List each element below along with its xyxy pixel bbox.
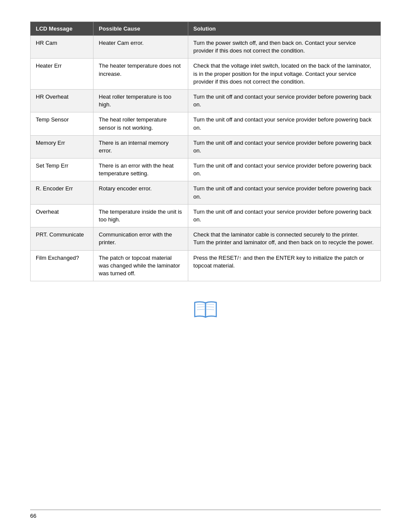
- cell-solution: Turn the unit off and contact your servi…: [188, 159, 380, 181]
- cell-solution: Turn the power switch off, and then back…: [188, 36, 380, 59]
- cell-solution: Press the RESET/↑ and then the ENTER key…: [188, 250, 380, 281]
- cell-solution: Check that the laminator cable is connec…: [188, 227, 380, 250]
- svg-line-6: [206, 309, 214, 310]
- table-row: Memory ErrThere is an internal memory er…: [31, 135, 381, 158]
- cell-cause: Communication error with the printer.: [93, 227, 188, 250]
- cell-solution: Turn the unit off and contact your servi…: [188, 181, 380, 204]
- cell-lcd: HR Cam: [31, 36, 93, 59]
- svg-line-5: [206, 307, 214, 307]
- page-container: LCD Message Possible Cause Solution HR C…: [0, 0, 411, 385]
- cell-lcd: Heater Err: [31, 59, 93, 90]
- svg-line-4: [206, 304, 214, 305]
- table-row: PRT. CommunicateCommunication error with…: [31, 227, 381, 250]
- cell-lcd: Memory Err: [31, 135, 93, 158]
- cell-lcd: R. Encoder Err: [31, 181, 93, 204]
- cell-cause: The patch or topcoat material was change…: [93, 250, 188, 281]
- table-header-row: LCD Message Possible Cause Solution: [31, 22, 381, 36]
- lcd-error-table: LCD Message Possible Cause Solution HR C…: [30, 22, 381, 281]
- header-solution: Solution: [188, 22, 380, 36]
- cell-cause: The temperature inside the unit is too h…: [93, 204, 188, 227]
- cell-cause: Heat roller temperature is too high.: [93, 89, 188, 112]
- cell-solution: Turn the unit off and contact your servi…: [188, 204, 380, 227]
- table-row: Set Temp ErrThere is an error with the h…: [31, 159, 381, 181]
- book-icon-container: [30, 299, 381, 325]
- cell-lcd: HR Overheat: [31, 89, 93, 112]
- svg-line-3: [197, 309, 205, 310]
- svg-line-1: [197, 304, 205, 305]
- cell-cause: There is an error with the heat temperat…: [93, 159, 188, 181]
- cell-solution: Turn the unit off and contact your servi…: [188, 112, 380, 135]
- cell-lcd: Temp Sensor: [31, 112, 93, 135]
- header-lcd: LCD Message: [31, 22, 93, 36]
- cell-cause: Rotary encoder error.: [93, 181, 188, 204]
- table-row: OverheatThe temperature inside the unit …: [31, 204, 381, 227]
- table-row: R. Encoder ErrRotary encoder error.Turn …: [31, 181, 381, 204]
- book-icon: [193, 299, 218, 325]
- cell-lcd: Film Exchanged?: [31, 250, 93, 281]
- cell-solution: Turn the unit off and contact your servi…: [188, 89, 380, 112]
- cell-cause: The heat roller temperature sensor is no…: [93, 112, 188, 135]
- table-row: Heater ErrThe heater temperature does no…: [31, 59, 381, 90]
- cell-solution: Turn the unit off and contact your servi…: [188, 135, 380, 158]
- cell-cause: Heater Cam error.: [93, 36, 188, 59]
- cell-solution: Check that the voltage inlet switch, loc…: [188, 59, 380, 90]
- table-row: HR CamHeater Cam error.Turn the power sw…: [31, 36, 381, 59]
- svg-line-2: [197, 307, 205, 307]
- table-row: HR OverheatHeat roller temperature is to…: [31, 89, 381, 112]
- cell-lcd: Overheat: [31, 204, 93, 227]
- page-footer: 66: [30, 510, 381, 519]
- table-row: Temp SensorThe heat roller temperature s…: [31, 112, 381, 135]
- cell-cause: The heater temperature does not increase…: [93, 59, 188, 90]
- page-number: 66: [30, 513, 36, 519]
- cell-lcd: PRT. Communicate: [31, 227, 93, 250]
- cell-lcd: Set Temp Err: [31, 159, 93, 181]
- table-row: Film Exchanged?The patch or topcoat mate…: [31, 250, 381, 281]
- header-cause: Possible Cause: [93, 22, 188, 36]
- cell-cause: There is an internal memory error.: [93, 135, 188, 158]
